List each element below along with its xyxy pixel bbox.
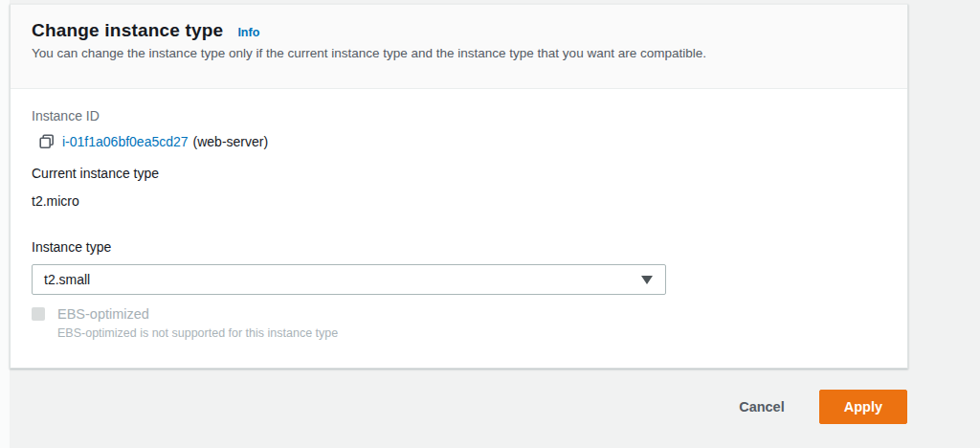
ebs-optimized-helper-text: EBS-optimized is not supported for this …	[57, 326, 886, 340]
copy-icon[interactable]	[39, 134, 55, 149]
apply-button[interactable]: Apply	[819, 390, 907, 424]
dialog-description: You can change the instance type only if…	[32, 46, 886, 60]
ebs-optimized-label: EBS-optimized	[57, 306, 149, 322]
ebs-optimized-checkbox[interactable]	[32, 307, 45, 321]
dialog-header: Change instance type Info You can change…	[11, 5, 907, 89]
instance-type-label: Instance type	[32, 237, 886, 257]
caret-down-icon	[641, 276, 653, 284]
dialog-body: Instance ID i-01f1a06bf0ea5cd27 (web-ser…	[11, 89, 907, 340]
instance-id-row: i-01f1a06bf0ea5cd27 (web-server)	[39, 131, 886, 152]
current-instance-type-value: t2.micro	[32, 191, 886, 211]
ebs-optimized-row: EBS-optimized	[32, 306, 886, 322]
dialog-title: Change instance type	[32, 20, 223, 41]
instance-type-select[interactable]: t2.small	[32, 264, 666, 295]
current-instance-type-label: Current instance type	[32, 164, 886, 183]
page-left-gutter	[0, 0, 10, 448]
dialog-title-row: Change instance type Info	[32, 20, 886, 41]
change-instance-type-dialog: Change instance type Info You can change…	[10, 4, 908, 369]
dialog-footer: Cancel Apply	[739, 390, 907, 424]
cancel-button[interactable]: Cancel	[739, 399, 785, 414]
info-link[interactable]: Info	[237, 26, 259, 39]
instance-id-link[interactable]: i-01f1a06bf0ea5cd27	[62, 134, 189, 149]
instance-type-selected-value: t2.small	[44, 272, 90, 287]
ebs-optimized-group: EBS-optimized EBS-optimized is not suppo…	[32, 306, 886, 340]
instance-id-label: Instance ID	[32, 106, 886, 125]
instance-name-suffix: (web-server)	[193, 134, 269, 149]
